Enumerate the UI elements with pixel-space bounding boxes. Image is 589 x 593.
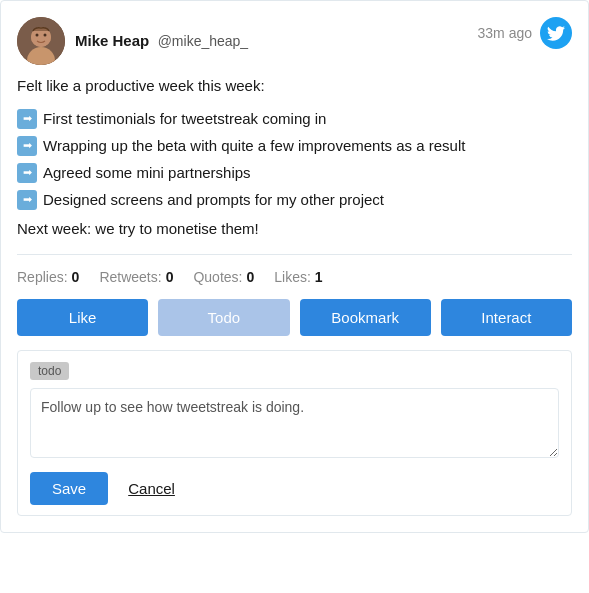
likes-label: Likes:	[274, 269, 311, 285]
todo-badge-label: todo	[30, 362, 69, 380]
closing-text: Next week: we try to monetise them!	[17, 218, 572, 241]
bullet-icon-1: ➡	[17, 109, 37, 129]
bullet-text-1: First testimonials for tweetstreak comin…	[43, 108, 326, 129]
user-name: Mike Heap @mike_heap_	[75, 32, 248, 50]
stat-likes: Likes: 1	[274, 269, 322, 285]
interact-button[interactable]: Interact	[441, 299, 572, 336]
stat-quotes: Quotes: 0	[193, 269, 254, 285]
replies-value: 0	[72, 269, 80, 285]
bullet-item-3: ➡ Agreed some mini partnerships	[17, 162, 572, 183]
bullet-text-2: Wrapping up the beta with quite a few im…	[43, 135, 465, 156]
likes-value: 1	[315, 269, 323, 285]
bullet-item-1: ➡ First testimonials for tweetstreak com…	[17, 108, 572, 129]
quotes-label: Quotes:	[193, 269, 242, 285]
todo-actions: Save Cancel	[30, 472, 559, 505]
stat-retweets: Retweets: 0	[99, 269, 173, 285]
cancel-button[interactable]: Cancel	[120, 472, 183, 505]
time-ago: 33m ago	[478, 25, 532, 41]
bullet-icon-3: ➡	[17, 163, 37, 183]
bullet-icon-2: ➡	[17, 136, 37, 156]
retweets-label: Retweets:	[99, 269, 161, 285]
like-button[interactable]: Like	[17, 299, 148, 336]
svg-point-5	[44, 34, 47, 37]
twitter-icon	[540, 17, 572, 49]
save-button[interactable]: Save	[30, 472, 108, 505]
action-buttons: Like Todo Bookmark Interact	[17, 299, 572, 336]
user-info: Mike Heap @mike_heap_	[75, 32, 248, 50]
bullet-text-3: Agreed some mini partnerships	[43, 162, 251, 183]
todo-section: todo Follow up to see how tweetstreak is…	[17, 350, 572, 516]
avatar	[17, 17, 65, 65]
divider	[17, 254, 572, 255]
tweet-card: Mike Heap @mike_heap_ 33m ago Felt like …	[0, 0, 589, 533]
todo-textarea[interactable]: Follow up to see how tweetstreak is doin…	[30, 388, 559, 458]
bullet-item-4: ➡ Designed screens and prompts for my ot…	[17, 189, 572, 210]
bullet-text-4: Designed screens and prompts for my othe…	[43, 189, 384, 210]
intro-text: Felt like a productive week this week:	[17, 75, 572, 98]
display-name: Mike Heap	[75, 32, 149, 49]
tweet-body: Felt like a productive week this week: ➡…	[17, 75, 572, 240]
quotes-value: 0	[246, 269, 254, 285]
bookmark-button[interactable]: Bookmark	[300, 299, 431, 336]
svg-point-4	[36, 34, 39, 37]
bullet-icon-4: ➡	[17, 190, 37, 210]
todo-badge: todo	[30, 361, 559, 388]
bullet-item-2: ➡ Wrapping up the beta with quite a few …	[17, 135, 572, 156]
replies-label: Replies:	[17, 269, 68, 285]
tweet-header: Mike Heap @mike_heap_ 33m ago	[17, 17, 572, 65]
stats-row: Replies: 0 Retweets: 0 Quotes: 0 Likes: …	[17, 269, 572, 285]
stat-replies: Replies: 0	[17, 269, 79, 285]
retweets-value: 0	[166, 269, 174, 285]
user-handle: @mike_heap_	[158, 33, 249, 49]
todo-button[interactable]: Todo	[158, 299, 289, 336]
